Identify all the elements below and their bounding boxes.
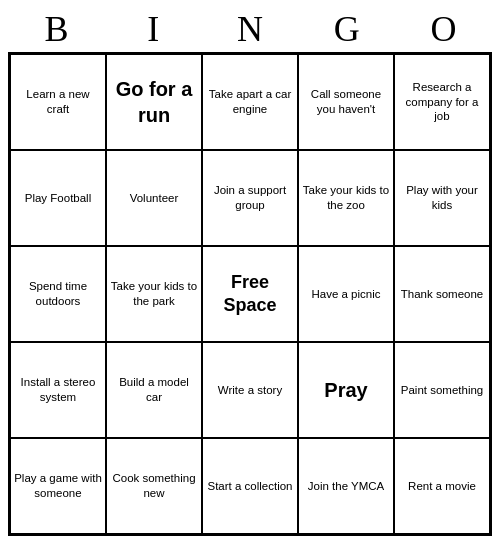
header-letter: N [206, 8, 294, 50]
bingo-cell[interactable]: Join the YMCA [298, 438, 394, 534]
bingo-cell[interactable]: Install a stereo system [10, 342, 106, 438]
bingo-cell[interactable]: Rent a movie [394, 438, 490, 534]
bingo-cell[interactable]: Play with your kids [394, 150, 490, 246]
bingo-cell[interactable]: Volunteer [106, 150, 202, 246]
bingo-cell[interactable]: Have a picnic [298, 246, 394, 342]
bingo-cell[interactable]: Paint something [394, 342, 490, 438]
header-letter: I [109, 8, 197, 50]
bingo-cell[interactable]: Research a company for a job [394, 54, 490, 150]
bingo-cell[interactable]: Play Football [10, 150, 106, 246]
header-letter: B [12, 8, 100, 50]
bingo-cell[interactable]: Write a story [202, 342, 298, 438]
header-letter: G [303, 8, 391, 50]
bingo-cell[interactable]: Pray [298, 342, 394, 438]
bingo-cell[interactable]: Take your kids to the park [106, 246, 202, 342]
bingo-grid: Learn a new craftGo for a runTake apart … [8, 52, 492, 536]
bingo-cell[interactable]: Free Space [202, 246, 298, 342]
bingo-cell[interactable]: Go for a run [106, 54, 202, 150]
bingo-cell[interactable]: Play a game with someone [10, 438, 106, 534]
bingo-cell[interactable]: Take apart a car engine [202, 54, 298, 150]
bingo-cell[interactable]: Take your kids to the zoo [298, 150, 394, 246]
bingo-cell[interactable]: Learn a new craft [10, 54, 106, 150]
bingo-header: BINGO [8, 8, 492, 50]
bingo-cell[interactable]: Spend time outdoors [10, 246, 106, 342]
bingo-cell[interactable]: Start a collection [202, 438, 298, 534]
bingo-cell[interactable]: Thank someone [394, 246, 490, 342]
bingo-cell[interactable]: Join a support group [202, 150, 298, 246]
bingo-cell[interactable]: Build a model car [106, 342, 202, 438]
bingo-cell[interactable]: Call someone you haven't [298, 54, 394, 150]
bingo-cell[interactable]: Cook something new [106, 438, 202, 534]
header-letter: O [400, 8, 488, 50]
